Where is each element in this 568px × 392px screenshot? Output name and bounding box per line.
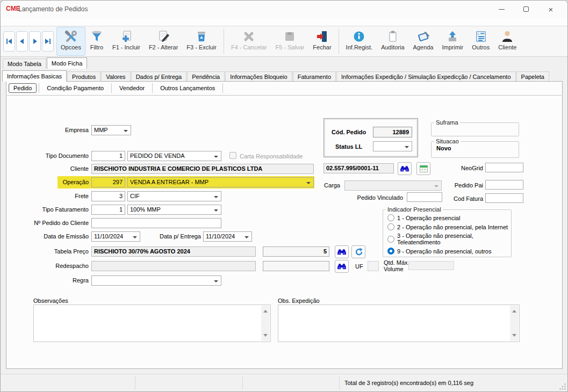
carga-label: Carga — [324, 182, 340, 188]
pedido-pai-input[interactable] — [485, 180, 523, 190]
cod-pedido-value: 12889 — [373, 127, 412, 137]
exit-door-icon — [315, 30, 329, 43]
num-pedido-cliente-input[interactable] — [91, 218, 221, 228]
situacao-groupbox: Situacao Novo — [431, 138, 519, 158]
redespacho-field — [91, 261, 256, 271]
imprimir-button[interactable]: Imprimir — [438, 27, 468, 56]
tipo-faturamento-code-input[interactable]: 1 — [91, 205, 125, 215]
operacao-select[interactable]: VENDA A ENTREGAR - MMP — [127, 177, 314, 187]
nav-next-icon — [31, 37, 39, 46]
cod-fatura-input[interactable] — [485, 193, 523, 203]
nav-prev-button[interactable] — [16, 31, 28, 52]
outros-button[interactable]: Outros — [468, 27, 494, 56]
filter-icon — [90, 30, 104, 43]
tipo-documento-select[interactable]: PEDIDO DE VENDA — [127, 151, 221, 161]
qtd-max-label-line2: Volume — [384, 266, 409, 272]
opcoes-button[interactable]: Opcoes — [56, 27, 85, 56]
data-entrega-datepicker[interactable]: 11/10/2024 — [203, 231, 252, 242]
nav-last-button[interactable] — [42, 31, 54, 52]
section-tab-strip: Informações Basicas Produtos Valores Dad… — [2, 70, 550, 82]
radio-option-3[interactable]: 3 - Operação não presencial, Teleatendim… — [387, 233, 511, 245]
radio-option-1-label: 1 - Operação presencial — [397, 215, 460, 221]
obs-expedicao-textarea[interactable] — [278, 304, 520, 342]
indicador-presencial-label: Indicador Presencial — [386, 206, 443, 213]
tab-condicao-pagamento[interactable]: Condição Pagamento — [41, 83, 109, 93]
observacoes-label: Observações — [33, 297, 68, 304]
qtd-max-label-line1: Qtd. Máx. — [384, 259, 409, 266]
others-list-icon — [474, 30, 488, 43]
regra-select[interactable] — [91, 275, 221, 286]
redespacho-lookup-button[interactable] — [335, 260, 349, 273]
data-emissao-label: Data de Emissão — [13, 233, 89, 239]
agenda-label: Agenda — [413, 44, 434, 50]
toolbar-separator — [224, 29, 224, 54]
observacoes-scrollbar[interactable] — [261, 306, 270, 341]
fechar-button[interactable]: Fechar — [308, 27, 335, 56]
tab-valores[interactable]: Valores — [101, 71, 130, 82]
tab-vendedor[interactable]: Vendedor — [114, 83, 150, 93]
nav-last-icon — [44, 37, 52, 46]
tab-pedido[interactable]: Pedido — [9, 83, 37, 93]
radio-option-2[interactable]: 2 - Operação não presencial, pela Intern… — [387, 223, 511, 230]
status-ll-select[interactable] — [373, 141, 412, 151]
nav-prev-icon — [18, 37, 26, 46]
tab-papeleta[interactable]: Papeleta — [516, 71, 549, 82]
operacao-code-input[interactable]: 297 — [91, 177, 125, 187]
tab-faturamento[interactable]: Faturamento — [293, 71, 336, 82]
radio-option-1[interactable]: 1 - Operação presencial — [387, 214, 511, 221]
f5-salvar-label: F5 - Salvar — [276, 44, 305, 50]
carta-responsabilidade-checkbox[interactable] — [229, 152, 236, 159]
f3-excluir-button[interactable]: F3 - Excluir — [182, 27, 221, 56]
nav-first-button[interactable] — [3, 31, 15, 52]
client-person-icon — [500, 30, 514, 43]
radio-option-9[interactable]: 9 - Operação não presencial, outros — [387, 248, 511, 255]
tab-informacoes-basicas[interactable]: Informações Basicas — [2, 70, 67, 82]
tab-informacoes-bloqueio[interactable]: Informações Bloqueio — [225, 71, 292, 82]
data-emissao-datepicker[interactable]: 11/10/2024 — [91, 231, 140, 242]
auditoria-button[interactable]: Auditoria — [377, 27, 408, 56]
tipo-faturamento-select[interactable]: 100% MMP — [127, 205, 221, 215]
f1-incluir-button[interactable]: F1 - Incluir — [108, 27, 145, 56]
observacoes-textarea[interactable] — [33, 304, 271, 342]
agenda-button[interactable]: Agenda — [409, 27, 438, 56]
cliente-button[interactable]: Cliente — [494, 27, 521, 56]
obs-expedicao-scrollbar[interactable] — [510, 306, 519, 341]
nav-next-button[interactable] — [29, 31, 41, 52]
f2-alterar-button[interactable]: F2 - Alterar — [145, 27, 182, 56]
tab-outros-lancamentos[interactable]: Outros Lançamentos — [155, 83, 220, 93]
toolbar-separator — [339, 29, 339, 54]
radio-option-2-label: 2 - Operação não presencial, pela Intern… — [397, 224, 508, 230]
resize-grip-icon[interactable] — [559, 383, 566, 390]
pedido-vinculado-label: Pedido Vinculado — [329, 194, 403, 201]
neogrid-input[interactable] — [485, 163, 523, 172]
close-button[interactable]: × — [538, 1, 563, 18]
frete-code-input[interactable]: 3 — [91, 191, 125, 201]
tab-informacoes-expedicao[interactable]: Informações Expedição / Simulação Expedi… — [336, 71, 516, 82]
minimize-button[interactable] — [489, 1, 514, 18]
redespacho-code-field — [263, 261, 329, 271]
status-ll-label: Status LL — [335, 143, 362, 150]
f3-excluir-label: F3 - Excluir — [186, 44, 217, 50]
inf-regist-label: Inf.Regist. — [346, 44, 373, 50]
maximize-button[interactable] — [514, 1, 538, 18]
tab-dados-p-entrega[interactable]: Dados p/ Entrega — [131, 71, 187, 82]
tab-pendencia[interactable]: Pendência — [187, 71, 225, 82]
pedido-page: Pedido Condição Pagamento Vendedor Outro… — [6, 81, 563, 369]
tabela-preco-lookup-button[interactable] — [335, 245, 349, 258]
mode-tab-strip: Modo Tabela Modo Ficha — [3, 57, 88, 69]
tab-modo-tabela[interactable]: Modo Tabela — [3, 59, 46, 69]
tabela-preco-refresh-button[interactable] — [351, 245, 365, 258]
filtro-button[interactable]: Filtro — [85, 27, 108, 56]
pedido-pai-label: Pedido Pai — [424, 182, 483, 188]
empresa-select[interactable]: MMP — [91, 125, 131, 135]
tab-modo-ficha[interactable]: Modo Ficha — [47, 57, 87, 69]
info-circle-icon — [352, 30, 366, 43]
tab-produtos[interactable]: Produtos — [67, 71, 100, 82]
cliente-lookup-button[interactable] — [398, 162, 412, 175]
radio-selected-icon — [387, 248, 394, 255]
app-window: CME Lançamento de Pedidos × Opcoes Filtr… — [0, 0, 568, 392]
inf-regist-button[interactable]: Inf.Regist. — [342, 27, 377, 56]
frete-select[interactable]: CIF — [127, 191, 221, 201]
cliente-sheet-button[interactable] — [416, 162, 430, 175]
tipo-documento-code-input[interactable]: 1 — [91, 151, 125, 161]
